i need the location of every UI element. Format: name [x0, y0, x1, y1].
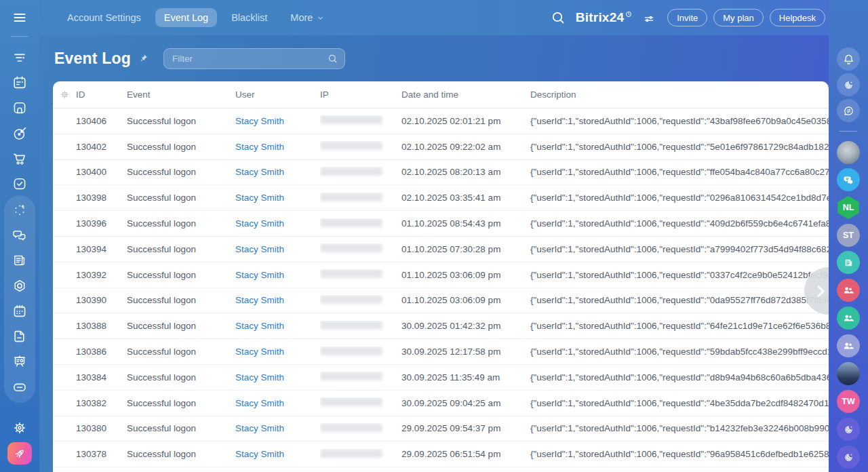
table-row: 130378Successful logonStacy Smith29.09.2… [53, 441, 829, 467]
people-icon [842, 311, 855, 325]
city-photo-chat-avatar[interactable] [837, 362, 860, 385]
invite-button[interactable]: Invite [667, 9, 707, 26]
cell-date: 02.10.2025 02:01:21 pm [401, 116, 530, 126]
copilot-spiral-icon [842, 451, 855, 464]
bitrix24-logo[interactable]: Bitrix24 [576, 9, 632, 26]
user-link[interactable]: Stacy Smith [235, 449, 284, 459]
helpdesk-button[interactable]: Helpdesk [770, 9, 825, 26]
group-chat-red[interactable] [837, 279, 860, 302]
user-link[interactable]: Stacy Smith [235, 167, 284, 177]
column-header-id[interactable]: ID [76, 90, 127, 100]
badge-label: NL [843, 203, 854, 212]
user-link[interactable]: Stacy Smith [235, 218, 284, 229]
sidebar-item-drive-icon[interactable] [12, 100, 28, 116]
group-chat-lavender[interactable] [837, 334, 860, 357]
cell-date: 02.10.2025 09:22:02 am [401, 142, 530, 152]
tab-blacklist[interactable]: Blacklist [222, 8, 276, 27]
column-header-event[interactable]: Event [127, 90, 235, 100]
user-link[interactable]: Stacy Smith [235, 398, 284, 408]
pin-icon[interactable] [138, 53, 149, 64]
user-link[interactable]: Stacy Smith [235, 423, 284, 433]
tab-account-settings[interactable]: Account Settings [58, 8, 150, 27]
table-row: 130394Successful logonStacy Smith01.10.2… [53, 237, 829, 262]
chat-badge-tw[interactable]: TW [837, 390, 860, 413]
user-link[interactable]: Stacy Smith [235, 270, 284, 280]
notifications-bell-button[interactable] [837, 47, 860, 71]
cell-description: {"userId":1,"storedAuthId":1006,"request… [530, 270, 829, 280]
sidebar-item-store-cart-icon[interactable] [12, 151, 28, 167]
cell-event: Successful logon [127, 193, 235, 203]
sidebar-item-planner-icon[interactable] [12, 75, 28, 91]
ip-redacted-value [320, 115, 382, 124]
sidebar-item-calendar-icon[interactable] [12, 303, 28, 319]
user-link[interactable]: Stacy Smith [235, 193, 284, 203]
user-link[interactable]: Stacy Smith [235, 142, 284, 152]
my-plan-button[interactable]: My plan [713, 9, 764, 26]
main-content: Event Log ID Event User IP Date and time… [39, 35, 829, 472]
user-link[interactable]: Stacy Smith [235, 347, 284, 357]
logo-text: Bitrix24 [576, 9, 624, 26]
messenger-chat-button[interactable] [837, 168, 860, 191]
column-header-user[interactable]: User [235, 90, 320, 100]
sidebar-item-news-icon[interactable] [12, 252, 28, 269]
group-chat-teal[interactable] [837, 307, 860, 330]
filter-search-icon[interactable] [327, 53, 338, 64]
cell-event: Successful logon [127, 372, 235, 382]
ip-redacted-value [320, 372, 382, 380]
sidebar-item-tasks-icon[interactable] [12, 176, 28, 192]
copilot-chat-2[interactable] [837, 446, 860, 469]
top-navigation-bar: Account SettingsEvent LogBlacklistMore B… [39, 0, 868, 35]
open-lines-button[interactable] [837, 99, 860, 122]
cell-date: 29.09.2025 09:54:37 pm [401, 423, 530, 433]
sidebar-item-documents-icon[interactable] [12, 328, 28, 345]
user-link[interactable]: Stacy Smith [235, 372, 284, 382]
sidebar-item-messenger-icon[interactable] [12, 227, 28, 243]
copilot-chat-1[interactable] [837, 418, 860, 441]
chat-user-avatar[interactable] [837, 141, 860, 164]
menu-hamburger-icon[interactable] [12, 9, 28, 26]
sidebar-item-feed-icon[interactable] [12, 50, 28, 66]
upgrade-button[interactable] [7, 442, 32, 465]
event-log-table: ID Event User IP Date and time Descripti… [53, 81, 829, 472]
column-header-description[interactable]: Description [530, 90, 829, 100]
table-row: 130406Successful logonStacy Smith02.10.2… [53, 109, 829, 134]
user-link[interactable]: Stacy Smith [235, 321, 284, 331]
column-header-ip[interactable]: IP [320, 90, 401, 100]
user-link[interactable]: Stacy Smith [235, 295, 284, 305]
sidebar-item-automation-icon[interactable] [12, 202, 28, 218]
cell-id: 130388 [76, 321, 127, 331]
chat-badge-st[interactable]: ST [837, 224, 860, 247]
user-link[interactable]: Stacy Smith [235, 116, 284, 126]
sidebar-item-workdrive-icon[interactable] [12, 379, 28, 395]
settings-sliders-icon[interactable] [643, 13, 655, 25]
sidebar-settings-gear-icon[interactable] [12, 420, 28, 436]
cell-id: 130392 [76, 270, 127, 280]
cell-id: 130396 [76, 218, 127, 229]
badge-label: ST [843, 231, 854, 240]
grid-settings-gear-icon[interactable] [60, 90, 70, 100]
news-channel-chat[interactable] [837, 251, 860, 274]
search-icon[interactable] [550, 9, 566, 26]
copilot-button[interactable] [837, 73, 860, 96]
tab-label: Blacklist [231, 12, 267, 23]
user-link[interactable]: Stacy Smith [235, 244, 284, 254]
ip-redacted-value [320, 295, 382, 304]
tab-event-log[interactable]: Event Log [155, 8, 217, 27]
cell-id: 130400 [76, 167, 127, 177]
ip-redacted-value [320, 347, 382, 355]
sidebar-item-whiteboard-icon[interactable] [12, 353, 28, 370]
table-row: 130396Successful logonStacy Smith01.10.2… [53, 211, 829, 237]
page-header: Event Log [39, 35, 829, 81]
tab-more[interactable]: More [281, 8, 334, 27]
filter-input[interactable] [163, 48, 345, 69]
chat-badge-nl[interactable]: NL [837, 196, 860, 219]
sidebar-divider [11, 36, 28, 37]
sidebar-item-sites-icon[interactable] [12, 278, 28, 294]
people-icon [842, 283, 855, 297]
cell-description: {"userId":1,"storedAuthId":1006,"request… [530, 116, 829, 126]
sidebar-item-crm-icon[interactable] [12, 125, 28, 142]
topbar-tabs: Account SettingsEvent LogBlacklistMore [58, 8, 334, 27]
column-header-date[interactable]: Date and time [401, 90, 530, 100]
cell-id: 130402 [76, 142, 127, 152]
table-row: 130380Successful logonStacy Smith29.09.2… [53, 416, 829, 442]
